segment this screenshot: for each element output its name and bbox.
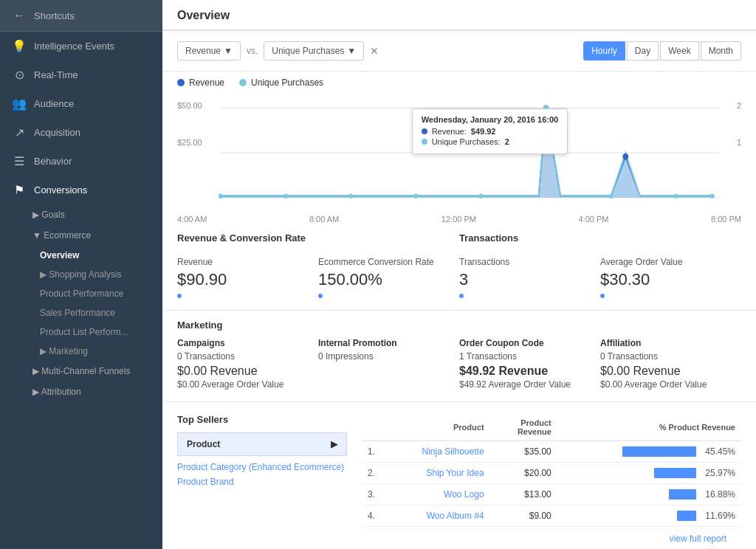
sidebar-item-audience[interactable]: 👥 Audience	[0, 89, 162, 118]
legend-revenue-dot	[177, 79, 185, 86]
sidebar-sub-attribution[interactable]: ▶ Attribution	[0, 381, 162, 402]
cell-rank: 3.	[362, 484, 381, 505]
sidebar-sub-ecommerce[interactable]: ▼ Ecommerce	[0, 225, 162, 246]
time-btn-week[interactable]: Week	[660, 41, 698, 61]
pct-bar	[654, 468, 696, 478]
cell-pct: 11.69%	[557, 505, 741, 527]
svg-marker-3	[221, 109, 712, 197]
stat-conversion-label: Ecommerce Conversion Rate	[318, 257, 450, 267]
table-row: 2. Ship Your Idea $20.00 25.97%	[362, 463, 741, 484]
stat-avg-order: Average Order Value $30.30	[600, 251, 741, 304]
sidebar-item-conversions[interactable]: ⚑ Conversions	[0, 176, 162, 204]
view-full-report: view full report	[362, 527, 741, 549]
time-btn-day[interactable]: Day	[627, 41, 659, 61]
sidebar-item-label: Real-Time	[34, 69, 78, 80]
pct-bar	[669, 489, 696, 500]
x-label-8pm: 8:00 PM	[711, 215, 741, 224]
campaigns-revenue: $0.00 Revenue	[177, 365, 309, 378]
seller-link-brand[interactable]: Product Brand	[177, 477, 347, 487]
seller-arrow-icon: ▶	[331, 439, 337, 449]
seller-product-label: Product	[187, 439, 220, 449]
chart-area: $50.00 $25.00 2 1	[162, 94, 756, 212]
internal-promo-label: Internal Promotion	[318, 338, 450, 348]
stat-revenue-label: Revenue	[177, 257, 309, 267]
table-row: 1. Ninja Silhouette $35.00 45.45%	[362, 441, 741, 463]
stat-transactions: Transactions 3	[459, 251, 600, 304]
sidebar: ← Shortcuts 💡 Intelligence Events ⊙ Real…	[0, 0, 162, 549]
cell-rank: 2.	[362, 463, 381, 484]
pct-bar	[622, 446, 696, 457]
sidebar-item-label: Acquisition	[34, 127, 80, 138]
legend-purchases-label: Unique Purchases	[251, 77, 323, 88]
sidebar-sub-marketing[interactable]: ▶ Marketing	[0, 342, 162, 361]
product-link-0[interactable]: Ninja Silhouette	[422, 446, 484, 457]
stat-revenue: Revenue $90.90	[177, 251, 318, 304]
sidebar-sub-shopping-analysis[interactable]: ▶ Shopping Analysis	[0, 265, 162, 284]
legend-purchases: Unique Purchases	[239, 77, 323, 88]
time-buttons-group: Hourly Day Week Month	[583, 41, 741, 61]
intelligence-events-icon: 💡	[12, 39, 27, 53]
sidebar-item-behavior[interactable]: ☰ Behavior	[0, 147, 162, 176]
sidebar-item-intelligence-events[interactable]: 💡 Intelligence Events	[0, 32, 162, 61]
cell-product-name: Woo Album #4	[381, 505, 490, 527]
legend-purchases-dot	[239, 79, 247, 86]
sidebar-item-label: Intelligence Events	[34, 41, 114, 52]
marketing-campaigns: Campaigns 0 Transactions $0.00 Revenue $…	[177, 338, 318, 396]
y-label-25: $25.00	[177, 138, 202, 147]
metric1-dropdown[interactable]: Revenue ▼	[177, 41, 241, 61]
marketing-internal-promotion: Internal Promotion 0 Impressions	[318, 338, 459, 396]
sidebar-sub-multi-channel[interactable]: ▶ Multi-Channel Funnels	[0, 361, 162, 381]
sidebar-item-real-time[interactable]: ⊙ Real-Time	[0, 61, 162, 89]
col-product: Product	[381, 414, 490, 441]
stat-avg-label: Average Order Value	[600, 257, 732, 267]
x-label-4pm: 4:00 PM	[579, 215, 609, 224]
shortcuts-label: Shortcuts	[34, 10, 75, 21]
metric1-label: Revenue	[185, 46, 221, 56]
pct-value: 45.45%	[702, 446, 735, 457]
sidebar-shortcuts[interactable]: ← Shortcuts	[0, 0, 162, 32]
legend-revenue-label: Revenue	[189, 77, 224, 88]
product-link-2[interactable]: Woo Logo	[444, 489, 484, 500]
sidebar-sub-sales-performance[interactable]: Sales Performance	[0, 303, 162, 322]
product-link-3[interactable]: Woo Album #4	[427, 511, 484, 521]
sidebar-sub-goals[interactable]: ▶ Goals	[0, 204, 162, 225]
col-pct: % Product Revenue	[557, 414, 741, 441]
metric2-label: Unique Purchases	[272, 46, 344, 56]
col-revenue: ProductRevenue	[490, 414, 557, 441]
sidebar-sub-product-list[interactable]: Product List Perform...	[0, 322, 162, 342]
stat-revenue-dot	[177, 294, 182, 298]
cell-revenue: $35.00	[490, 441, 557, 463]
cell-revenue: $9.00	[490, 505, 557, 527]
metric2-dropdown[interactable]: Unique Purchases ▼	[264, 41, 364, 61]
table-row: 4. Woo Album #4 $9.00 11.69%	[362, 505, 741, 527]
coupon-revenue: $49.92 Revenue	[459, 365, 591, 378]
sidebar-sub-product-performance[interactable]: Product Performance	[0, 284, 162, 303]
x-label-12pm: 12:00 PM	[441, 215, 476, 224]
time-btn-month[interactable]: Month	[701, 41, 741, 61]
svg-point-9	[413, 193, 418, 198]
coupon-avg: $49.92 Average Order Value	[459, 379, 591, 390]
time-btn-hourly[interactable]: Hourly	[583, 41, 625, 61]
coupon-transactions: 1 Transactions	[459, 351, 591, 362]
chart-svg	[177, 94, 741, 212]
acquisition-icon: ↗	[12, 125, 27, 139]
seller-item-product[interactable]: Product ▶	[177, 432, 347, 456]
sidebar-sub-overview[interactable]: Overview	[0, 246, 162, 265]
campaigns-label: Campaigns	[177, 338, 309, 348]
view-full-report-link[interactable]: view full report	[670, 534, 726, 544]
sidebar-item-acquisition[interactable]: ↗ Acquisition	[0, 118, 162, 147]
vs-label: vs.	[247, 46, 258, 56]
revenue-point2	[622, 153, 628, 160]
stat-conversion-value: 150.00%	[318, 270, 450, 289]
marketing-section: Marketing Campaigns 0 Transactions $0.00…	[162, 311, 756, 402]
conversions-icon: ⚑	[12, 183, 27, 197]
product-link-1[interactable]: Ship Your Idea	[426, 468, 484, 478]
internal-promo-impressions: 0 Impressions	[318, 351, 450, 362]
x-axis-labels: 4:00 AM 8:00 AM 12:00 PM 4:00 PM 8:00 PM	[162, 212, 756, 224]
clear-button[interactable]: ✕	[370, 45, 379, 57]
products-data-table: Product ProductRevenue % Product Revenue…	[362, 414, 741, 527]
seller-link-category[interactable]: Product Category (Enhanced Ecommerce)	[177, 462, 347, 472]
cell-product-name: Ninja Silhouette	[381, 441, 490, 463]
affiliation-avg: $0.00 Average Order Value	[600, 379, 732, 390]
x-label-8am: 8:00 AM	[309, 215, 339, 224]
